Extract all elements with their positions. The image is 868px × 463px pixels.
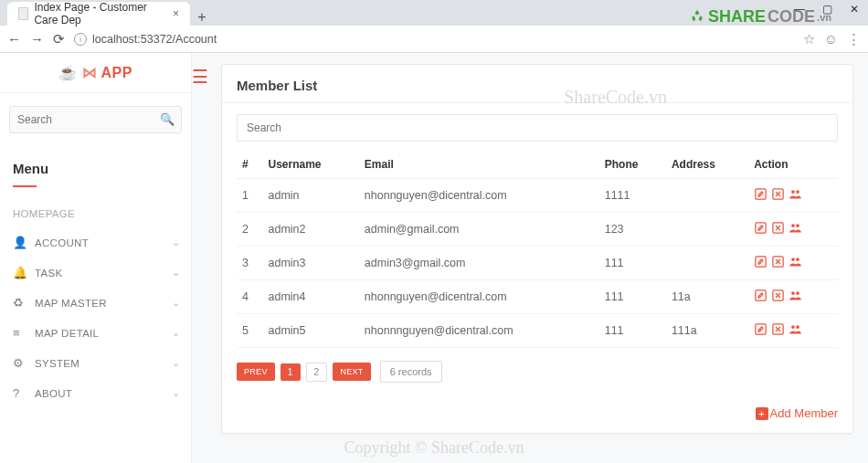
cell-username: admin4 — [263, 280, 359, 314]
svg-rect-4 — [756, 223, 766, 233]
brand-logo[interactable]: ☕ ⋈ APP — [0, 53, 191, 93]
cell-username: admin2 — [263, 213, 359, 247]
chevron-down-icon: ⌄ — [172, 327, 180, 339]
member-card: Member List #UsernameEmailPhoneAddressAc… — [221, 64, 853, 434]
delete-icon[interactable] — [771, 289, 785, 305]
nav-list: HOMEPAGE👤ACCOUNT⌄🔔TASK⌄♻MAP MASTER⌄≡MAP … — [0, 200, 191, 408]
add-member-button[interactable]: +Add Member — [222, 397, 852, 433]
cell-index: 1 — [237, 179, 263, 213]
sidebar-search-input[interactable] — [9, 106, 182, 133]
edit-icon[interactable] — [754, 255, 767, 271]
forward-button[interactable]: → — [30, 31, 44, 47]
cell-actions — [748, 314, 838, 348]
star-icon[interactable]: ☆ — [803, 31, 815, 47]
main-content: ☰ Member List #UsernameEmailPhoneAddress… — [192, 53, 868, 463]
nav-item-map-master[interactable]: ♻MAP MASTER⌄ — [0, 288, 191, 318]
close-tab-icon[interactable]: × — [173, 7, 179, 20]
edit-icon[interactable] — [754, 322, 767, 339]
users-icon[interactable] — [789, 187, 802, 204]
maximize-button[interactable]: ▢ — [813, 0, 841, 18]
users-icon[interactable] — [789, 255, 802, 271]
cell-actions — [748, 280, 838, 314]
column-header: Username — [263, 151, 359, 179]
nav-item-homepage[interactable]: HOMEPAGE — [0, 200, 191, 227]
cell-index: 5 — [237, 314, 263, 348]
nav-label: ABOUT — [35, 388, 72, 399]
column-header: Phone — [599, 151, 666, 179]
nav-label: ACCOUNT — [35, 237, 89, 248]
nav-item-task[interactable]: 🔔TASK⌄ — [0, 258, 191, 288]
svg-point-19 — [796, 325, 799, 329]
edit-icon[interactable] — [754, 289, 767, 305]
cell-username: admin3 — [263, 247, 359, 280]
edit-icon[interactable] — [754, 221, 767, 237]
cell-email: nhonnguyen@dicentral.com — [359, 179, 599, 213]
table-row: 4admin4nhonnguyen@dicentral.com11111a — [237, 280, 838, 314]
edit-icon[interactable] — [754, 187, 767, 204]
prev-button[interactable]: PREV — [237, 363, 275, 381]
delete-icon[interactable] — [771, 255, 785, 271]
delete-icon[interactable] — [771, 187, 785, 204]
svg-rect-16 — [756, 324, 766, 334]
chevron-down-icon: ⌄ — [172, 267, 180, 279]
brand-text: APP — [101, 65, 132, 80]
hamburger-icon[interactable]: ☰ — [192, 66, 208, 88]
cell-email: admin@gmail.com — [359, 213, 599, 247]
users-icon[interactable] — [789, 289, 802, 305]
nav-item-map-detail[interactable]: ≡MAP DETAIL⌄ — [0, 318, 191, 348]
new-tab-button[interactable]: + — [190, 9, 214, 26]
back-button[interactable]: ← — [7, 31, 21, 47]
sidebar-search: 🔍 — [9, 106, 182, 133]
minimize-button[interactable]: — — [786, 0, 813, 18]
cell-address: 111a — [666, 314, 748, 348]
cell-phone: 111 — [599, 314, 666, 348]
svg-point-10 — [791, 258, 795, 261]
cell-actions — [748, 213, 838, 247]
nav-icon: ⚙ — [13, 356, 27, 370]
nav-label: TASK — [35, 268, 62, 279]
pagination: PREV 1 2 NEXT 6 records — [237, 361, 838, 383]
cell-index: 2 — [237, 213, 263, 247]
table-row: 1adminnhonnguyen@dicentral.com1111 — [237, 179, 838, 213]
nav-label: HOMEPAGE — [13, 208, 75, 219]
reload-button[interactable]: ⟳ — [53, 31, 65, 47]
page-1-button[interactable]: 1 — [281, 363, 301, 381]
table-search-input[interactable] — [237, 114, 838, 142]
cell-phone: 1111 — [599, 179, 666, 213]
browser-tab[interactable]: Index Page - Customer Care Dep × — [7, 2, 190, 26]
site-info-icon[interactable]: i — [74, 33, 87, 46]
nav-icon: 🔔 — [13, 266, 27, 279]
cell-address — [666, 213, 748, 247]
table-row: 5admin5nhonnnguyen@dicentral.com111111a — [237, 314, 838, 348]
svg-rect-12 — [756, 290, 766, 300]
column-header: Action — [748, 151, 838, 179]
nav-item-account[interactable]: 👤ACCOUNT⌄ — [0, 227, 191, 258]
menu-icon[interactable]: ⋮ — [847, 31, 861, 47]
delete-icon[interactable] — [771, 322, 785, 339]
cell-username: admin5 — [263, 314, 359, 348]
close-window-button[interactable]: ✕ — [841, 0, 868, 18]
users-icon[interactable] — [789, 221, 802, 237]
svg-rect-0 — [756, 189, 766, 199]
cell-phone: 111 — [599, 280, 666, 314]
svg-point-11 — [796, 258, 799, 261]
users-icon[interactable] — [789, 322, 802, 339]
cell-address — [666, 247, 748, 280]
window-controls: — ▢ ✕ — [786, 0, 868, 18]
next-button[interactable]: NEXT — [333, 363, 370, 381]
profile-icon[interactable]: ☺ — [824, 31, 838, 47]
cell-email: nhonnnguyen@dicentral.com — [359, 314, 599, 348]
nav-item-system[interactable]: ⚙SYSTEM⌄ — [0, 348, 191, 378]
address-bar[interactable]: i localhost:53372/Account — [74, 33, 794, 46]
menu-heading: Menu — [0, 146, 191, 182]
records-count: 6 records — [380, 361, 442, 383]
cell-username: admin — [263, 179, 359, 213]
column-header: # — [237, 151, 263, 179]
svg-rect-8 — [756, 257, 766, 267]
delete-icon[interactable] — [771, 221, 785, 237]
nav-item-about[interactable]: ?ABOUT⌄ — [0, 378, 191, 408]
page-2-button[interactable]: 2 — [306, 363, 328, 382]
cell-email: admin3@gmail.com — [359, 247, 599, 280]
svg-point-3 — [796, 190, 799, 194]
svg-point-14 — [791, 291, 795, 295]
